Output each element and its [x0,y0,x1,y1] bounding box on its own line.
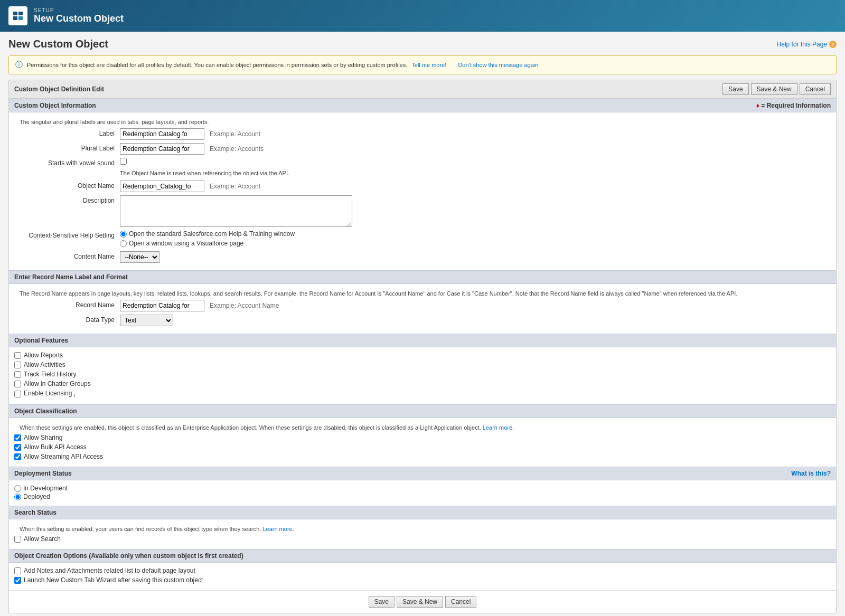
search-status-body: When this setting is enabled, your users… [9,519,836,549]
context-help-option2-label: Open a window using a Visualforce page [129,240,243,247]
allow-search-option: Allow Search [14,535,831,543]
allow-chatter-groups-option: Allow in Chatter Groups [14,380,831,387]
save-button-top[interactable]: Save [722,83,748,95]
record-name-field-area: Example: Account Name [120,300,831,311]
deployed-option: Deployed [14,493,831,500]
cancel-button-top[interactable]: Cancel [800,83,831,95]
content-name-select[interactable]: --None-- [120,251,159,263]
allow-bulk-api-checkbox[interactable] [14,444,21,451]
plural-label-field-area: Example: Accounts [120,143,831,155]
help-link[interactable]: Help for this Page ? [777,41,837,48]
svg-rect-0 [13,12,17,15]
enable-licensing-checkbox[interactable] [14,391,21,397]
context-help-area: Open the standard Salesforce.com Help & … [120,230,831,248]
allow-reports-checkbox[interactable] [14,352,21,359]
deployment-status-title: Deployment Status [14,470,72,477]
custom-object-info-title: Custom Object Information [14,102,96,109]
plural-label-input[interactable] [120,143,204,155]
object-name-field-label: Object Name [14,181,120,189]
allow-sharing-checkbox[interactable] [14,434,21,441]
definition-bar: Custom Object Definition Edit Save Save … [9,80,836,99]
context-help-option1-label: Open the standard Salesforce.com Help & … [129,230,295,238]
record-name-title: Enter Record Name Label and Format [14,273,128,281]
allow-activities-checkbox[interactable] [14,362,21,368]
tell-me-more-link[interactable]: Tell me more! [411,62,446,68]
data-type-select[interactable]: Text Auto Number [120,315,173,326]
allow-reports-option: Allow Reports [14,352,831,359]
label-input[interactable] [120,128,204,140]
search-status-learn-more[interactable]: Learn more. [262,526,294,532]
save-new-button-bottom[interactable]: Save & New [397,596,443,608]
optional-features-body: Allow Reports Allow Activities Track Fie… [9,347,836,404]
add-notes-checkbox[interactable] [14,567,21,574]
track-field-history-checkbox[interactable] [14,371,21,378]
record-name-header: Enter Record Name Label and Format [9,270,836,284]
vowel-sound-checkbox[interactable] [120,158,127,165]
launch-wizard-label: Launch New Custom Tab Wizard after savin… [24,576,203,584]
app-icon [8,6,27,25]
allow-chatter-groups-checkbox[interactable] [14,381,21,387]
info-banner-message: Permissions for this object are disabled… [27,62,407,68]
description-textarea[interactable] [120,195,352,227]
header-page-name: New Custom Object [34,13,124,24]
object-classification-learn-more[interactable]: Learn more. [483,424,514,431]
data-type-area: Text Auto Number [120,315,831,326]
context-help-label: Context-Sensitive Help Setting [14,230,120,239]
label-row: Label Example: Account [14,128,831,140]
in-development-option: In Development [14,485,831,492]
launch-wizard-checkbox[interactable] [14,577,21,584]
context-help-option2: Open a window using a Visualforce page [120,240,243,247]
in-development-label: In Development [23,485,68,492]
definition-bar-buttons: Save Save & New Cancel [722,83,831,95]
svg-rect-1 [18,12,23,15]
enable-licensing-option: Enable Licensing i [14,390,831,398]
dont-show-link[interactable]: Don't show this message again [458,62,538,68]
object-classification-title: Object Classification [14,407,77,415]
record-name-row: Record Name Example: Account Name [14,300,831,311]
label-field-area: Example: Account [120,128,831,140]
record-name-example: Example: Account Name [210,302,279,309]
deployment-status-body: In Development Deployed [9,480,836,506]
allow-streaming-api-checkbox[interactable] [14,453,21,460]
allow-sharing-label: Allow Sharing [24,434,62,441]
deployed-radio[interactable] [14,494,21,500]
record-name-input[interactable] [120,300,204,311]
allow-activities-option: Allow Activities [14,361,831,368]
custom-object-info-header: Custom Object Information ♦ = Required I… [9,99,836,112]
object-name-example: Example: Account [210,183,260,190]
page-title: New Custom Object [8,38,108,50]
object-name-input[interactable] [120,181,204,192]
content-name-area: --None-- [120,251,831,263]
help-icon: ? [829,41,837,48]
optional-features-title: Optional Features [14,337,68,344]
object-name-note: The Object Name is used when referencing… [120,170,831,176]
record-name-field-label: Record Name [14,300,120,309]
save-button-bottom[interactable]: Save [369,596,395,608]
record-name-body: The Record Name appears in page layouts,… [9,284,836,334]
plural-label-row: Plural Label Example: Accounts [14,143,831,155]
context-help-radio2[interactable] [120,240,127,247]
help-link-text: Help for this Page [777,41,827,48]
context-help-option1: Open the standard Salesforce.com Help & … [120,230,295,238]
setup-label: SETUP [34,7,124,13]
vowel-sound-row: Starts with vowel sound [14,158,831,167]
in-development-radio[interactable] [14,485,21,492]
allow-reports-label: Allow Reports [24,352,63,359]
allow-search-checkbox[interactable] [14,536,21,543]
add-notes-label: Add Notes and Attachments related list t… [24,567,195,574]
allow-chatter-groups-label: Allow in Chatter Groups [24,380,91,387]
cancel-button-bottom[interactable]: Cancel [445,596,476,608]
object-creation-header: Object Creation Options (Available only … [9,549,836,563]
search-status-title: Search Status [14,509,57,516]
app-header: SETUP New Custom Object [0,0,845,32]
main-content: New Custom Object Help for this Page ? ⓘ… [0,32,845,616]
page-header: New Custom Object Help for this Page ? [8,38,837,50]
object-name-row: Object Name Example: Account [14,181,831,192]
object-name-field-area: Example: Account [120,181,831,192]
what-is-this-link[interactable]: What is this? [791,470,831,477]
context-help-radio1[interactable] [120,231,127,238]
data-type-row: Data Type Text Auto Number [14,315,831,326]
custom-object-info-note: The singular and plural labels are used … [14,117,831,128]
object-creation-title: Object Creation Options (Available only … [14,552,243,560]
save-new-button-top[interactable]: Save & New [751,83,797,95]
